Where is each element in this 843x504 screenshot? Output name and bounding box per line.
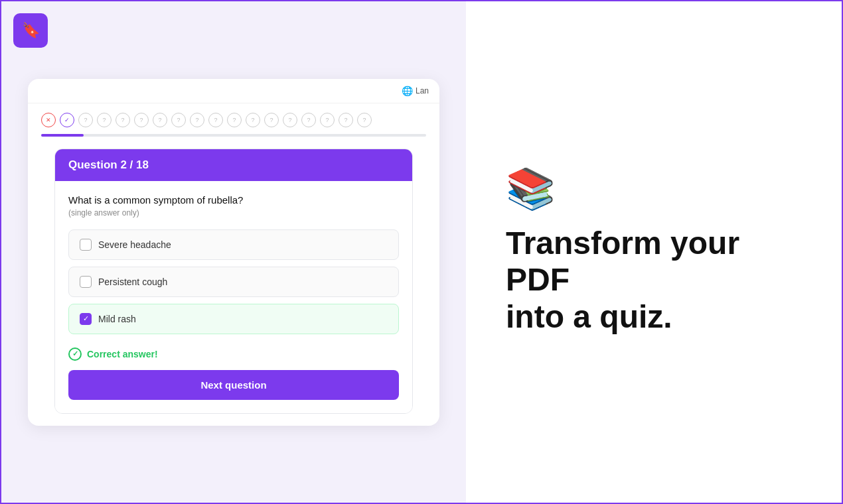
step-2: ✓ xyxy=(60,113,74,127)
step-9: ? xyxy=(190,113,204,127)
question-hint: (single answer only) xyxy=(68,208,399,218)
logo-icon: 🔖 xyxy=(22,22,40,39)
step-5: ? xyxy=(115,113,130,127)
step-8: ? xyxy=(171,113,186,127)
step-13: ? xyxy=(264,113,279,127)
step-12: ? xyxy=(246,113,260,127)
progress-bar-fill xyxy=(41,134,84,137)
checkbox-a xyxy=(80,239,92,251)
check-circle-icon: ✓ xyxy=(68,347,82,361)
question-card: Question 2 / 18 What is a common symptom… xyxy=(54,149,413,414)
step-6: ? xyxy=(134,113,149,127)
left-panel: 🌐 Lan ✕ ✓ ? ? ? ? ? ? ? ? ? ? xyxy=(1,1,466,503)
globe-icon: 🌐 xyxy=(402,86,413,96)
books-emoji: 📚 xyxy=(506,169,556,209)
answer-label-b: Persistent cough xyxy=(98,277,167,287)
logo[interactable]: 🔖 xyxy=(13,13,48,48)
step-1: ✕ xyxy=(41,113,56,127)
checkbox-c: ✓ xyxy=(80,313,92,325)
next-question-button[interactable]: Next question xyxy=(68,370,399,400)
answer-label-a: Severe headache xyxy=(98,239,171,250)
language-label: Lan xyxy=(416,86,429,95)
step-15: ? xyxy=(301,113,316,127)
question-header: Question 2 / 18 xyxy=(55,149,412,181)
hero-text: Transform your PDF into a quiz. xyxy=(506,225,802,335)
step-11: ? xyxy=(227,113,242,127)
answer-option-b[interactable]: Persistent cough xyxy=(68,267,399,297)
question-text: What is a common symptom of rubella? xyxy=(68,194,399,206)
hero-line1: Transform your PDF xyxy=(506,225,739,297)
correct-feedback: ✓ Correct answer! xyxy=(68,341,399,363)
language-button[interactable]: 🌐 Lan xyxy=(402,86,429,96)
page-wrapper: 🔖 🌐 Lan ✕ ✓ ? ? ? ? ? xyxy=(1,1,842,503)
step-3: ? xyxy=(78,113,93,127)
step-18: ? xyxy=(357,113,372,127)
step-indicators: ✕ ✓ ? ? ? ? ? ? ? ? ? ? ? ? ? ? ? xyxy=(41,113,426,127)
step-10: ? xyxy=(208,113,223,127)
hero-line2: into a quiz. xyxy=(506,299,672,334)
quiz-window: 🌐 Lan ✕ ✓ ? ? ? ? ? ? ? ? ? ? xyxy=(28,79,439,426)
step-4: ? xyxy=(97,113,112,127)
answer-option-a[interactable]: Severe headache xyxy=(68,229,399,260)
right-panel: 📚 Transform your PDF into a quiz. xyxy=(466,1,842,503)
step-17: ? xyxy=(339,113,353,127)
step-16: ? xyxy=(320,113,335,127)
step-7: ? xyxy=(153,113,167,127)
step-14: ? xyxy=(283,113,297,127)
feedback-text: Correct answer! xyxy=(87,349,158,359)
window-topbar: 🌐 Lan xyxy=(28,79,439,103)
answer-option-c[interactable]: ✓ Mild rash xyxy=(68,304,399,334)
checkbox-b xyxy=(80,276,92,288)
progress-area: ✕ ✓ ? ? ? ? ? ? ? ? ? ? ? ? ? ? ? xyxy=(28,103,439,137)
progress-bar-container xyxy=(41,134,426,137)
question-body: What is a common symptom of rubella? (si… xyxy=(55,181,412,413)
answer-label-c: Mild rash xyxy=(98,314,136,324)
